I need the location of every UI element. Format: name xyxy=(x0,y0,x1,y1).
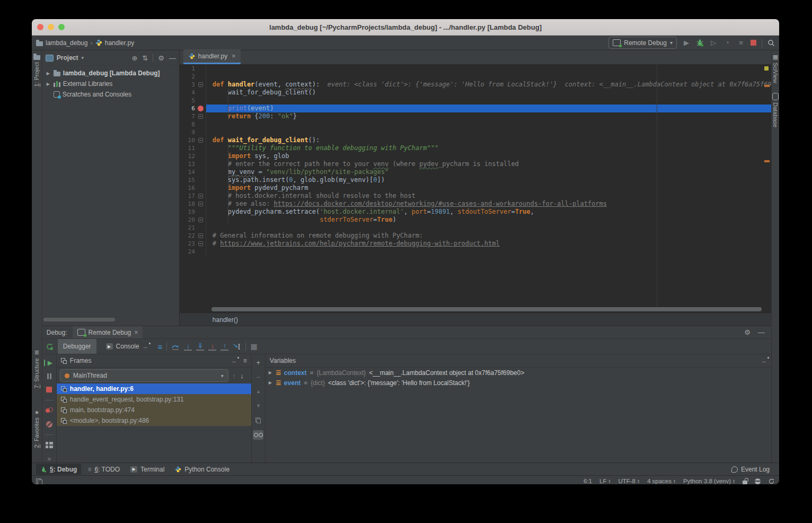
restore-layout-button[interactable] xyxy=(45,442,54,448)
variable-row[interactable]: ▶event = {dict} <class 'dict'>: {'messag… xyxy=(266,378,771,388)
next-frame-button[interactable]: ↓ xyxy=(240,372,244,380)
warning-stripe-mark[interactable] xyxy=(764,85,770,87)
expand-arrow-icon[interactable]: ▶ xyxy=(269,380,273,385)
code-line[interactable]: 18− # see also: https://docs.docker.com/… xyxy=(180,200,771,208)
locate-file-button[interactable]: ⊕ xyxy=(131,54,137,62)
line-number[interactable]: 11 xyxy=(180,144,197,152)
expand-arrow-icon[interactable]: ▶ xyxy=(47,71,51,76)
gutter-icon-area[interactable] xyxy=(197,160,206,168)
line-number[interactable]: 10 xyxy=(180,136,197,144)
line-number[interactable]: 17 xyxy=(180,192,197,200)
line-number[interactable]: 13 xyxy=(180,160,197,168)
line-number[interactable]: 23 xyxy=(180,240,197,248)
editor-hscrollbar[interactable] xyxy=(180,306,771,313)
gutter-icon-area[interactable]: − xyxy=(197,81,206,89)
fold-marker-icon[interactable]: − xyxy=(198,114,203,119)
gutter-icon-area[interactable] xyxy=(197,248,206,256)
code-line[interactable]: 12 import sys, glob xyxy=(180,152,771,160)
step-over-button[interactable] xyxy=(171,343,180,350)
fold-marker-icon[interactable]: − xyxy=(198,82,203,87)
stop-button[interactable] xyxy=(751,40,756,46)
gutter-icon-area[interactable] xyxy=(197,120,206,128)
gutter-icon-area[interactable] xyxy=(197,97,206,104)
gutter-icon-area[interactable] xyxy=(197,168,206,176)
hide-panel-button[interactable]: — xyxy=(758,328,765,336)
expand-arrow-icon[interactable]: ▶ xyxy=(269,370,273,375)
toolwindow-button-todo[interactable]: ≡6: TODO xyxy=(83,464,124,475)
layout-menu-icon[interactable]: ≡ xyxy=(158,342,163,351)
line-number[interactable]: 6 xyxy=(180,104,197,112)
code-line[interactable]: 14 my_venv = "venv/lib/python*/site-pack… xyxy=(180,168,771,176)
line-number[interactable]: 2 xyxy=(180,73,197,81)
variable-row[interactable]: ▶context = {LambdaContext} <__main__.Lam… xyxy=(266,368,771,378)
move-watch-up-button[interactable]: ▲ xyxy=(253,387,263,396)
sidebar-stripe-button[interactable]: 1: Project xyxy=(33,54,40,86)
resume-button[interactable]: ▶ xyxy=(44,360,54,366)
fold-marker-icon[interactable]: − xyxy=(198,233,203,238)
expand-arrow-icon[interactable]: ▶ xyxy=(47,82,51,86)
code-line[interactable]: 20− stderrToServer=True) xyxy=(180,216,771,224)
fold-marker-icon[interactable]: − xyxy=(198,138,203,143)
fold-marker-icon[interactable]: − xyxy=(198,241,203,246)
show-watches-toggle[interactable] xyxy=(253,430,263,440)
settings-gear-icon[interactable]: ⚙ xyxy=(158,54,164,62)
gutter-icon-area[interactable] xyxy=(197,176,206,184)
line-number[interactable]: 3 xyxy=(180,81,197,89)
line-number[interactable]: 24 xyxy=(180,248,197,256)
settings-gear-icon[interactable]: ⚙ xyxy=(744,328,751,336)
line-number[interactable]: 18 xyxy=(180,200,197,208)
code-line[interactable]: 3−def handler(event, context): event: <c… xyxy=(180,81,771,89)
jump-to-source-icon[interactable]: → xyxy=(231,358,237,364)
gutter-icon-area[interactable]: − xyxy=(197,240,206,248)
fold-marker-icon[interactable]: − xyxy=(198,202,203,206)
line-number[interactable]: 22 xyxy=(180,232,197,240)
gutter-icon-area[interactable] xyxy=(197,224,206,232)
tool-window-switcher-icon[interactable] xyxy=(36,478,42,484)
event-log-button[interactable]: Event Log xyxy=(731,466,775,473)
fold-marker-icon[interactable]: − xyxy=(198,217,203,222)
run-configuration-select[interactable]: Remote Debug ▾ xyxy=(608,37,677,49)
chevron-down-icon[interactable]: ▾ xyxy=(82,55,84,60)
tab-debugger[interactable]: Debugger xyxy=(58,339,96,354)
force-step-into-button[interactable]: ⇓ xyxy=(196,342,204,351)
line-number[interactable]: 9 xyxy=(180,128,197,136)
run-button[interactable]: ▶ xyxy=(682,39,691,47)
frame-row[interactable]: <module>, bootstrap.py:486 xyxy=(57,415,251,426)
gutter-icon-area[interactable] xyxy=(197,104,206,112)
step-out-button[interactable]: ↑ xyxy=(220,342,228,351)
writable-lock-icon[interactable] xyxy=(743,481,747,484)
run-with-coverage-button[interactable]: ▷ xyxy=(709,39,718,47)
line-number[interactable]: 15 xyxy=(180,176,197,184)
inspections-indicator[interactable] xyxy=(764,66,769,71)
gutter-icon-area[interactable] xyxy=(197,128,206,136)
frame-row[interactable]: handler, handler.py:6 xyxy=(57,383,251,394)
line-number[interactable]: 12 xyxy=(180,152,197,160)
status-item[interactable]: 4 spaces▲▼ xyxy=(647,478,676,484)
sidebar-stripe-button[interactable]: ★2: Favorites xyxy=(33,409,40,448)
line-number[interactable]: 19 xyxy=(180,208,197,216)
debug-button[interactable] xyxy=(696,39,704,47)
gutter-icon-area[interactable] xyxy=(197,65,206,73)
code-line[interactable]: 15 sys.path.insert(0, glob.glob(my_venv)… xyxy=(180,176,771,184)
stop-debug-button[interactable] xyxy=(45,387,54,393)
code-line[interactable]: 1 xyxy=(180,65,771,73)
breadcrumb-project[interactable]: lambda_debug xyxy=(46,39,87,47)
breakpoint-icon[interactable] xyxy=(198,106,204,111)
debug-session-tab[interactable]: Remote Debug × xyxy=(73,326,143,338)
code-line[interactable]: 22−# General information on remote debug… xyxy=(180,232,771,240)
search-everywhere-button[interactable] xyxy=(767,39,775,47)
code-line[interactable]: 13 # enter the correct path here to your… xyxy=(180,160,771,168)
update-icon[interactable] xyxy=(768,478,775,485)
gutter-icon-area[interactable]: − xyxy=(197,216,206,224)
gutter-icon-area[interactable] xyxy=(197,208,206,216)
more-actions-button[interactable]: » xyxy=(48,455,51,463)
project-tree-item[interactable]: ▶External Libraries xyxy=(42,79,179,89)
project-panel-title[interactable]: Project xyxy=(57,54,78,62)
project-tree-item[interactable]: Scratches and Consoles xyxy=(42,89,179,100)
code-line[interactable]: 11 """Utility function to enable debuggi… xyxy=(180,144,771,152)
editor-tab-handler[interactable]: handler.py × xyxy=(183,49,241,64)
code-editor[interactable]: 123−def handler(event, context): event: … xyxy=(180,65,771,306)
gutter-icon-area[interactable]: − xyxy=(197,200,206,208)
gutter-icon-area[interactable]: − xyxy=(197,136,206,144)
frame-row[interactable]: main, bootstrap.py:474 xyxy=(57,405,251,415)
